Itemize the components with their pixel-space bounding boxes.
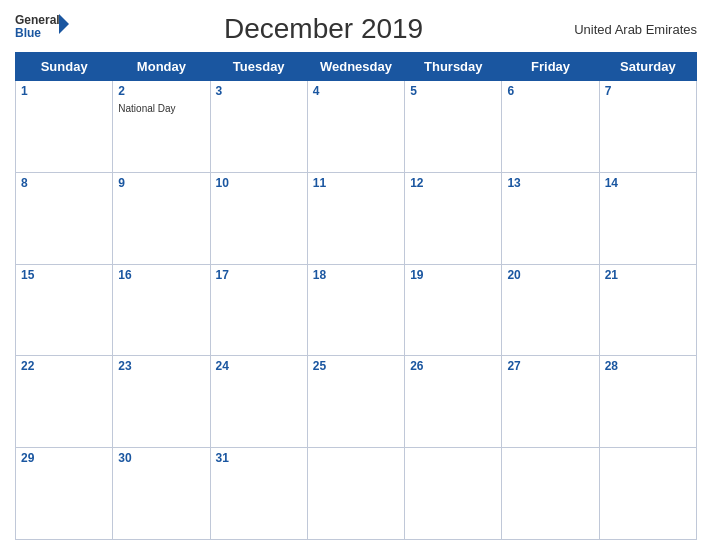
table-row — [502, 448, 599, 540]
days-header-row: Sunday Monday Tuesday Wednesday Thursday… — [16, 53, 697, 81]
day-number: 18 — [313, 268, 399, 282]
table-row: 28 — [599, 356, 696, 448]
table-row: 12 — [405, 172, 502, 264]
day-number: 30 — [118, 451, 204, 465]
day-number: 2 — [118, 84, 204, 98]
day-number: 15 — [21, 268, 107, 282]
day-number: 3 — [216, 84, 302, 98]
calendar-header: General Blue December 2019 United Arab E… — [15, 10, 697, 48]
day-number: 27 — [507, 359, 593, 373]
day-number: 11 — [313, 176, 399, 190]
svg-text:Blue: Blue — [15, 26, 41, 40]
day-number: 16 — [118, 268, 204, 282]
table-row: 5 — [405, 81, 502, 173]
calendar-week-5: 293031 — [16, 448, 697, 540]
day-number: 14 — [605, 176, 691, 190]
table-row — [307, 448, 404, 540]
table-row: 10 — [210, 172, 307, 264]
day-number: 20 — [507, 268, 593, 282]
table-row: 14 — [599, 172, 696, 264]
day-number: 9 — [118, 176, 204, 190]
table-row: 19 — [405, 264, 502, 356]
header-wednesday: Wednesday — [307, 53, 404, 81]
day-number: 13 — [507, 176, 593, 190]
table-row: 11 — [307, 172, 404, 264]
day-number: 17 — [216, 268, 302, 282]
table-row: 21 — [599, 264, 696, 356]
svg-text:General: General — [15, 13, 60, 27]
day-number: 29 — [21, 451, 107, 465]
svg-marker-2 — [59, 14, 69, 34]
day-number: 10 — [216, 176, 302, 190]
table-row — [405, 448, 502, 540]
table-row: 8 — [16, 172, 113, 264]
holiday-text: National Day — [118, 103, 175, 114]
table-row: 23 — [113, 356, 210, 448]
day-number: 4 — [313, 84, 399, 98]
table-row: 3 — [210, 81, 307, 173]
day-number: 22 — [21, 359, 107, 373]
day-number: 12 — [410, 176, 496, 190]
table-row: 4 — [307, 81, 404, 173]
table-row: 29 — [16, 448, 113, 540]
day-number: 19 — [410, 268, 496, 282]
day-number: 1 — [21, 84, 107, 98]
day-number: 8 — [21, 176, 107, 190]
table-row: 15 — [16, 264, 113, 356]
table-row: 9 — [113, 172, 210, 264]
day-number: 25 — [313, 359, 399, 373]
table-row: 13 — [502, 172, 599, 264]
calendar-week-1: 12National Day34567 — [16, 81, 697, 173]
month-title: December 2019 — [73, 13, 574, 45]
header-monday: Monday — [113, 53, 210, 81]
header-saturday: Saturday — [599, 53, 696, 81]
header-sunday: Sunday — [16, 53, 113, 81]
table-row: 7 — [599, 81, 696, 173]
table-row — [599, 448, 696, 540]
day-number: 5 — [410, 84, 496, 98]
logo: General Blue — [15, 10, 73, 48]
day-number: 23 — [118, 359, 204, 373]
country-label: United Arab Emirates — [574, 22, 697, 37]
table-row: 24 — [210, 356, 307, 448]
header-thursday: Thursday — [405, 53, 502, 81]
table-row: 22 — [16, 356, 113, 448]
header-tuesday: Tuesday — [210, 53, 307, 81]
day-number: 31 — [216, 451, 302, 465]
table-row: 27 — [502, 356, 599, 448]
table-row: 6 — [502, 81, 599, 173]
logo-icon: General Blue — [15, 10, 73, 48]
table-row: 31 — [210, 448, 307, 540]
table-row: 17 — [210, 264, 307, 356]
day-number: 21 — [605, 268, 691, 282]
table-row: 16 — [113, 264, 210, 356]
calendar-week-2: 891011121314 — [16, 172, 697, 264]
table-row: 20 — [502, 264, 599, 356]
table-row: 1 — [16, 81, 113, 173]
header-friday: Friday — [502, 53, 599, 81]
day-number: 6 — [507, 84, 593, 98]
calendar-week-3: 15161718192021 — [16, 264, 697, 356]
table-row: 25 — [307, 356, 404, 448]
day-number: 28 — [605, 359, 691, 373]
calendar-table: Sunday Monday Tuesday Wednesday Thursday… — [15, 52, 697, 540]
calendar-week-4: 22232425262728 — [16, 356, 697, 448]
table-row: 18 — [307, 264, 404, 356]
day-number: 24 — [216, 359, 302, 373]
table-row: 26 — [405, 356, 502, 448]
table-row: 30 — [113, 448, 210, 540]
table-row: 2National Day — [113, 81, 210, 173]
day-number: 7 — [605, 84, 691, 98]
day-number: 26 — [410, 359, 496, 373]
